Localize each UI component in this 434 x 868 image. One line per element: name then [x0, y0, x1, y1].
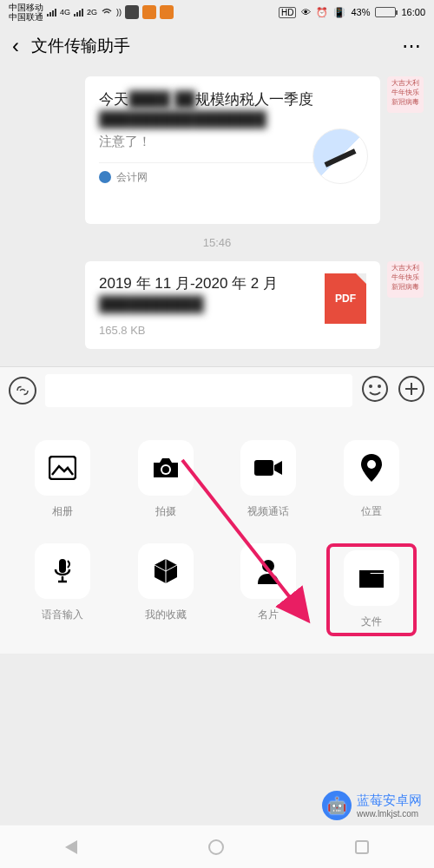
nav-back[interactable] — [65, 840, 77, 854]
file-bubble[interactable]: 2019 年 11 月-2020 年 2 月 ██████████ 165.8 … — [85, 261, 380, 349]
nav-home[interactable] — [208, 839, 224, 855]
svg-point-12 — [262, 560, 274, 572]
clock: 16:00 — [401, 7, 425, 17]
video-icon — [253, 457, 283, 478]
emoji-button[interactable] — [361, 375, 389, 406]
attach-file[interactable]: 文件 — [333, 550, 411, 629]
location-icon — [361, 454, 382, 482]
attachment-panel: 相册 拍摄 视频通话 位置 语音输入 我的收藏 名片 — [0, 414, 434, 654]
watermark: 🤖 蓝莓安卓网 www.lmkjst.com — [322, 791, 422, 820]
attach-voice[interactable]: 语音输入 — [17, 543, 108, 636]
file-info: 2019 年 11 月-2020 年 2 月 ██████████ 165.8 … — [99, 273, 316, 337]
source-label: 会计网 — [116, 170, 148, 185]
status-bar: 中国移动 中国联通 4G 2G )) HD 👁 ⏰ 📳 43% 16:00 — [0, 0, 434, 24]
net1: 4G — [60, 8, 70, 16]
folder-icon — [358, 567, 385, 589]
vibrate-icon: 📳 — [333, 7, 345, 18]
nav-recents[interactable] — [355, 840, 369, 854]
attachment-grid: 相册 拍摄 视频通话 位置 语音输入 我的收藏 名片 — [17, 440, 417, 636]
app-icon-2 — [142, 5, 156, 19]
svg-point-10 — [367, 460, 376, 469]
attach-location[interactable]: 位置 — [326, 440, 418, 519]
net2: 2G — [87, 8, 97, 16]
back-button[interactable]: ‹ — [12, 34, 19, 58]
hd-indicator: HD — [279, 7, 296, 18]
attach-camera[interactable]: 拍摄 — [121, 440, 212, 519]
svg-rect-11 — [59, 559, 66, 573]
pdf-icon: PDF — [325, 273, 366, 324]
article-line2: ████████████████ — [99, 111, 266, 128]
person-icon — [257, 558, 279, 584]
chat-header: ‹ 文件传输助手 ⋯ — [0, 24, 434, 68]
plus-button[interactable] — [398, 375, 425, 406]
gallery-icon — [49, 456, 76, 480]
svg-rect-6 — [49, 457, 76, 479]
signal-icon — [47, 8, 56, 16]
app-icon-1 — [125, 5, 139, 19]
attach-contact[interactable]: 名片 — [223, 543, 314, 636]
attach-label: 我的收藏 — [145, 608, 187, 622]
article-bubble[interactable]: 今天████ ██规模纳税人一季度 ████████████████ 注意了！ … — [85, 76, 380, 224]
volte-icon: )) — [116, 8, 122, 16]
cube-icon — [153, 557, 179, 585]
camera-icon — [151, 456, 181, 480]
wifi-icon — [101, 7, 113, 17]
status-left: 中国移动 中国联通 4G 2G )) — [9, 3, 174, 22]
system-nav — [0, 825, 434, 868]
message-row: 2019 年 11 月-2020 年 2 月 ██████████ 165.8 … — [10, 261, 424, 349]
attach-gallery[interactable]: 相册 — [17, 440, 108, 519]
app-icon-3 — [160, 5, 174, 19]
carrier2: 中国联通 — [9, 12, 43, 22]
attach-label: 视频通话 — [247, 504, 289, 519]
article-title: 今天████ ██规模纳税人一季度 — [99, 89, 366, 111]
more-button[interactable]: ⋯ — [402, 35, 422, 57]
file-title: 2019 年 11 月-2020 年 2 月 ██████████ — [99, 273, 316, 315]
svg-rect-9 — [254, 460, 273, 476]
svg-point-0 — [363, 377, 387, 401]
timestamp: 15:46 — [10, 236, 424, 249]
battery-pct: 43% — [351, 7, 370, 17]
input-bar — [0, 366, 434, 414]
status-right: HD 👁 ⏰ 📳 43% 16:00 — [279, 7, 425, 18]
chat-area: 今天████ ██规模纳税人一季度 ████████████████ 注意了！ … — [0, 68, 434, 366]
svg-point-1 — [369, 385, 372, 388]
attach-label: 相册 — [52, 504, 73, 519]
mic-icon — [52, 557, 73, 585]
svg-point-2 — [378, 385, 381, 388]
highlight-annotation: 文件 — [326, 543, 418, 636]
attach-favorites[interactable]: 我的收藏 — [121, 543, 212, 636]
svg-point-8 — [162, 466, 169, 473]
eye-icon: 👁 — [301, 7, 311, 17]
avatar[interactable]: 大吉大利 牛年快乐 新冠病毒 — [387, 76, 424, 113]
watermark-icon: 🤖 — [322, 791, 352, 820]
article-thumbnail — [312, 128, 368, 184]
svg-rect-13 — [359, 570, 384, 573]
message-row: 今天████ ██规模纳税人一季度 ████████████████ 注意了！ … — [10, 76, 424, 224]
carrier1: 中国移动 — [9, 3, 43, 12]
message-input[interactable] — [45, 374, 352, 407]
watermark-name: 蓝莓安卓网 — [357, 792, 422, 807]
attach-label: 位置 — [361, 504, 382, 519]
carrier-labels: 中国移动 中国联通 — [9, 3, 43, 22]
attach-label: 拍摄 — [155, 504, 176, 519]
attach-video[interactable]: 视频通话 — [223, 440, 314, 519]
file-size: 165.8 KB — [99, 324, 316, 337]
avatar[interactable]: 大吉大利 牛年快乐 新冠病毒 — [387, 261, 424, 298]
source-icon — [99, 171, 111, 183]
attach-label: 文件 — [361, 615, 382, 629]
attach-label: 语音输入 — [42, 608, 83, 622]
battery-icon — [375, 7, 396, 17]
signal-icon-2 — [74, 8, 83, 16]
alarm-icon: ⏰ — [316, 7, 328, 18]
watermark-url: www.lmkjst.com — [357, 809, 422, 819]
voice-button[interactable] — [9, 377, 36, 404]
page-title: 文件传输助手 — [31, 35, 402, 57]
attach-label: 名片 — [258, 608, 279, 622]
